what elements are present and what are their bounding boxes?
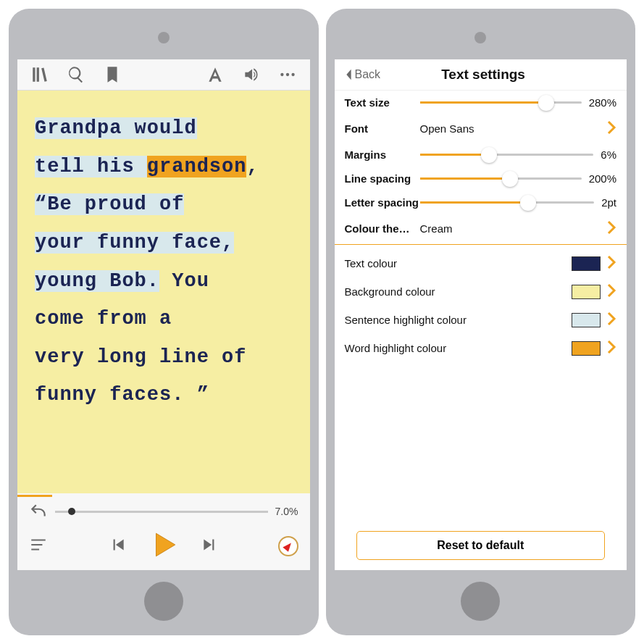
value-font: Open Sans xyxy=(420,122,601,135)
undo-icon[interactable] xyxy=(29,502,48,521)
sentence-highlight: tell his xyxy=(35,156,147,177)
word-highlight: grandson xyxy=(147,156,247,177)
compass-icon[interactable] xyxy=(278,536,298,556)
next-button[interactable] xyxy=(201,535,219,557)
label-letter-spacing: Letter spacing xyxy=(345,196,420,209)
swatch-text-colour xyxy=(572,256,601,271)
chevron-right-icon xyxy=(606,340,616,356)
toc-icon[interactable] xyxy=(29,535,48,557)
text: funny faces. ” xyxy=(35,384,209,406)
row-font[interactable]: Font Open Sans xyxy=(335,114,627,143)
device-reader: Grandpa would tell his grandson, “Be pro… xyxy=(9,9,319,635)
row-text-size: Text size 280% xyxy=(335,91,627,114)
page-title: Text settings xyxy=(348,67,618,83)
reader-screen: Grandpa would tell his grandson, “Be pro… xyxy=(17,59,310,570)
text: very long line of xyxy=(35,346,246,368)
slider-text-size[interactable] xyxy=(420,101,582,104)
settings-list: Text size 280% Font Open Sans Margins 6% xyxy=(335,91,627,570)
swatch-sentence-hl xyxy=(572,313,601,327)
play-button[interactable] xyxy=(149,530,179,563)
value-colour-theme: Cream xyxy=(420,222,601,235)
device-home-button[interactable] xyxy=(461,582,500,621)
label-font: Font xyxy=(345,122,420,135)
scrub-bar: 7.0% xyxy=(17,498,310,525)
reading-area[interactable]: Grandpa would tell his grandson, “Be pro… xyxy=(17,91,310,493)
row-margins: Margins 6% xyxy=(335,143,627,167)
label-margins: Margins xyxy=(345,149,420,161)
slider-margins[interactable] xyxy=(420,154,594,156)
progress-percent: 7.0% xyxy=(275,506,298,517)
slider-line-spacing[interactable] xyxy=(420,177,582,180)
sentence-highlight: young Bob. xyxy=(35,270,159,292)
value-text-size: 280% xyxy=(589,96,616,109)
label-text-colour: Text colour xyxy=(345,257,572,269)
reset-button[interactable]: Reset to default xyxy=(356,531,606,560)
row-sentence-hl[interactable]: Sentence highlight colour xyxy=(335,306,627,334)
value-line-spacing: 200% xyxy=(589,172,616,185)
label-text-size: Text size xyxy=(345,96,420,109)
device-camera-dot xyxy=(158,32,170,43)
row-colour-theme[interactable]: Colour the… Cream xyxy=(335,214,627,243)
slider-letter-spacing[interactable] xyxy=(420,201,595,204)
label-colour-theme: Colour the… xyxy=(345,222,420,235)
label-sentence-hl: Sentence highlight colour xyxy=(345,314,572,326)
speaker-icon[interactable] xyxy=(242,65,261,84)
bookmark-icon[interactable] xyxy=(103,65,122,84)
font-icon[interactable] xyxy=(206,65,225,84)
row-word-hl[interactable]: Word highlight colour xyxy=(335,334,627,362)
row-letter-spacing: Letter spacing 2pt xyxy=(335,191,627,214)
row-text-colour[interactable]: Text colour xyxy=(335,249,627,277)
svg-point-0 xyxy=(280,73,283,76)
settings-screen: Back Text settings Text size 280% Font O… xyxy=(335,59,627,570)
row-line-spacing: Line spacing 200% xyxy=(335,167,627,191)
svg-point-1 xyxy=(285,73,288,76)
swatch-word-hl xyxy=(572,341,601,356)
playback-controls xyxy=(17,525,310,570)
page-progress xyxy=(17,493,310,498)
search-icon[interactable] xyxy=(67,65,85,84)
chevron-right-icon xyxy=(606,120,616,137)
text: You xyxy=(159,270,209,292)
settings-nav: Back Text settings xyxy=(335,59,627,91)
sentence-highlight: Grandpa would xyxy=(35,117,197,139)
device-camera-dot xyxy=(474,32,486,43)
value-letter-spacing: 2pt xyxy=(601,196,616,209)
value-margins: 6% xyxy=(601,149,616,161)
text: , xyxy=(246,156,259,177)
svg-point-2 xyxy=(291,73,294,76)
label-background-colour: Background colour xyxy=(345,285,572,298)
sentence-highlight: your funny face, xyxy=(35,232,234,254)
reset-label: Reset to default xyxy=(437,539,524,551)
chevron-right-icon xyxy=(606,255,616,272)
scrub-knob[interactable] xyxy=(68,508,75,515)
chevron-right-icon xyxy=(606,283,616,300)
reader-toolbar xyxy=(17,59,310,91)
label-word-hl: Word highlight colour xyxy=(345,342,572,354)
prev-button[interactable] xyxy=(108,535,127,557)
sentence-highlight: “Be proud of xyxy=(35,193,184,215)
divider xyxy=(335,244,627,245)
chevron-right-icon xyxy=(606,311,616,328)
scrub-slider[interactable] xyxy=(55,511,268,513)
label-line-spacing: Line spacing xyxy=(345,172,420,185)
device-home-button[interactable] xyxy=(144,582,183,621)
chevron-right-icon xyxy=(606,220,616,237)
text: come from a xyxy=(35,308,172,330)
more-icon[interactable] xyxy=(278,65,297,84)
library-icon[interactable] xyxy=(30,65,49,84)
row-background-colour[interactable]: Background colour xyxy=(335,277,627,306)
device-settings: Back Text settings Text size 280% Font O… xyxy=(326,9,636,635)
swatch-background-colour xyxy=(572,285,601,299)
